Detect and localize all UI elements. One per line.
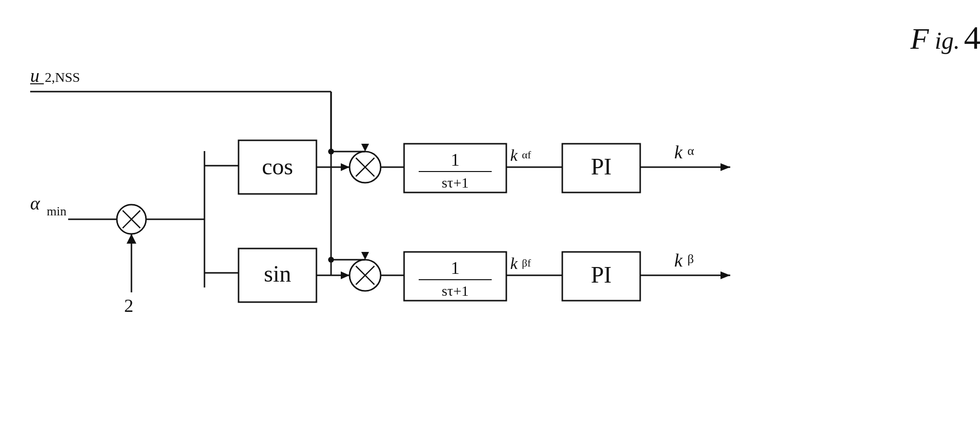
- svg-text:.: .: [950, 30, 953, 42]
- k-beta-label: k: [674, 250, 683, 270]
- k-beta-f-label: k: [510, 254, 518, 272]
- filter-top-numerator: 1: [451, 150, 460, 170]
- k-alpha-f-label: k: [510, 146, 518, 164]
- block-diagram-svg: F ig. 4 . u 2,NSS α min 2: [0, 0, 980, 421]
- filter-bottom-numerator: 1: [451, 258, 460, 278]
- filter-top-denominator: sτ+1: [442, 174, 469, 191]
- svg-text:αf: αf: [522, 149, 532, 161]
- sin-label: sin: [264, 261, 291, 287]
- svg-text:min: min: [47, 204, 66, 218]
- figure-title: F: [910, 22, 929, 55]
- svg-text:βf: βf: [522, 257, 531, 269]
- svg-point-27: [328, 149, 334, 154]
- figure-number: 4: [964, 19, 980, 56]
- pi-top-label: PI: [591, 153, 612, 179]
- figure-title-ig: ig.: [935, 27, 960, 54]
- svg-point-28: [328, 257, 334, 263]
- diagram-container: F ig. 4 . u 2,NSS α min 2: [0, 0, 980, 421]
- multiplier-input-2-label: 2: [124, 295, 133, 316]
- pi-bottom-label: PI: [591, 262, 612, 287]
- filter-bottom-denominator: sτ+1: [442, 283, 469, 299]
- k-alpha-label: k: [674, 142, 683, 162]
- alpha-min-label: α: [30, 193, 40, 213]
- svg-rect-0: [0, 0, 980, 421]
- svg-text:2,NSS: 2,NSS: [45, 70, 80, 85]
- svg-text:β: β: [687, 252, 694, 266]
- input-signal-label: u: [30, 65, 39, 86]
- cos-label: cos: [262, 153, 293, 179]
- svg-text:α: α: [687, 144, 694, 158]
